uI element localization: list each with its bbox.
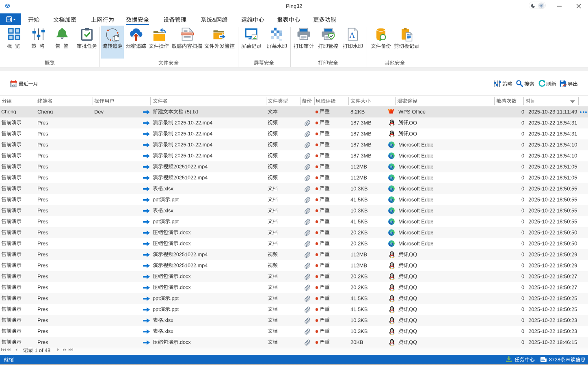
svg-text:A: A [349, 31, 355, 39]
svg-text:23: 23 [12, 83, 15, 87]
